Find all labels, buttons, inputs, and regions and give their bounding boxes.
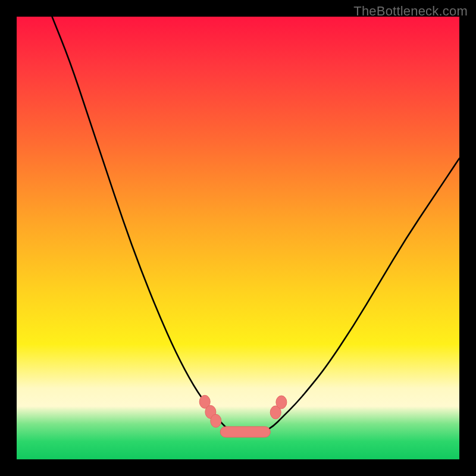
watermark-text: TheBottleneck.com <box>353 4 468 19</box>
valley-marker-dot <box>211 414 221 427</box>
chart-svg <box>17 17 459 459</box>
valley-markers <box>199 395 287 437</box>
chart-frame: TheBottleneck.com <box>0 0 476 476</box>
chart-plot-area <box>17 17 459 459</box>
valley-marker-dot <box>276 396 287 409</box>
valley-marker-pill <box>220 427 270 437</box>
curve-line <box>52 17 460 436</box>
